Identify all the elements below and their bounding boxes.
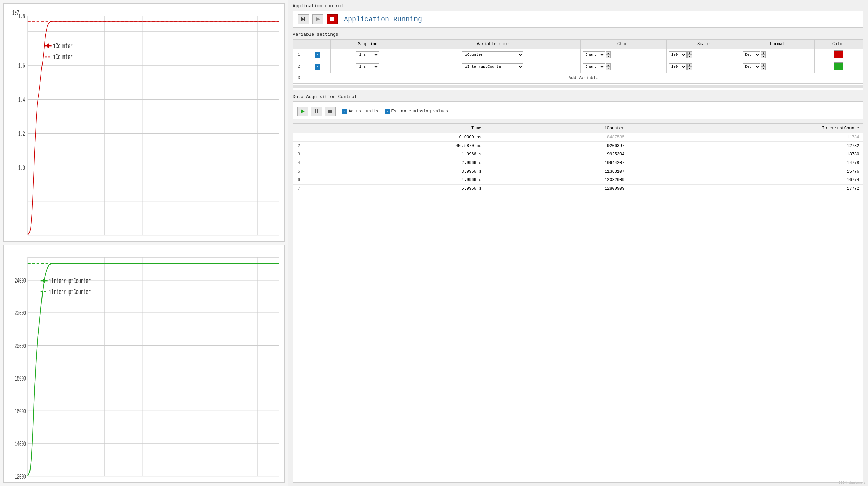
svg-text:80: 80 [179, 240, 183, 241]
row1-scale-cell[interactable]: 1e0 ▲ ▼ [666, 49, 740, 61]
svg-text:1.2: 1.2 [18, 130, 25, 138]
estimate-missing-text: Estimate missing values [391, 109, 448, 114]
row2-chart-select[interactable]: Chart 1 Chart 2 [583, 63, 605, 70]
svg-rect-85 [328, 110, 332, 113]
watermark: CSDN @uutomrs [839, 481, 865, 485]
row1-sampling[interactable]: 1 s [331, 49, 405, 61]
row2-chart-spin[interactable]: ▲ ▼ [606, 63, 611, 70]
dt-row-4: 4 2.9966 s 10644207 14778 [293, 159, 863, 167]
step-button[interactable] [298, 14, 309, 24]
row1-check[interactable]: ✓ [304, 49, 331, 61]
adjust-units-checkbox[interactable]: ✓ [342, 109, 347, 114]
row2-varname-select[interactable]: iInterruptCounter [462, 63, 523, 70]
data-acq-title: Data Acquisition Control [293, 94, 863, 99]
row2-scale-spin[interactable]: ▲ ▼ [687, 63, 692, 70]
dt-row5-interrupt: 15776 [628, 167, 863, 176]
row2-format-select[interactable]: Dec [743, 63, 760, 70]
dt-row2-index: 2 [293, 142, 304, 150]
estimate-missing-checkbox[interactable]: ✓ [385, 109, 390, 114]
row1-chart-spin[interactable]: ▲ ▼ [606, 51, 611, 58]
svg-text:16000: 16000 [15, 408, 26, 415]
add-var-row[interactable]: 3 Add Variable [293, 73, 863, 84]
row2-sampling[interactable]: 1 s [331, 61, 405, 73]
svg-rect-79 [304, 17, 305, 21]
row2-varname[interactable]: iInterruptCounter [405, 61, 581, 73]
dt-row-5: 5 3.9966 s 11363107 15776 [293, 167, 863, 176]
dt-row3-icounter: 9925304 [485, 150, 628, 159]
svg-marker-78 [301, 17, 304, 21]
svg-text:100: 100 [216, 481, 223, 482]
row2-scale-down[interactable]: ▼ [687, 67, 692, 70]
dt-row4-interrupt: 14778 [628, 159, 863, 167]
data-acq-controls: ✓ Adjust units ✓ Estimate missing values [297, 107, 859, 116]
dt-row1-index: 1 [293, 133, 304, 142]
app-status-text: Application Running [344, 15, 422, 23]
row1-chart-up[interactable]: ▲ [606, 51, 611, 55]
row2-check[interactable]: ✓ [304, 61, 331, 73]
svg-text:120: 120 [254, 481, 261, 482]
row2-scale-up[interactable]: ▲ [687, 63, 692, 67]
row2-scale-cell[interactable]: 1e0 ▲ ▼ [666, 61, 740, 73]
row2-format-down[interactable]: ▼ [761, 67, 766, 70]
row2-chart-up[interactable]: ▲ [606, 63, 611, 67]
acq-pause-button[interactable] [311, 107, 322, 116]
row1-chart-down[interactable]: ▼ [606, 55, 611, 58]
row2-format-spin[interactable]: ▲ ▼ [761, 63, 766, 70]
row1-format-up[interactable]: ▲ [761, 51, 766, 55]
adjust-units-label[interactable]: ✓ Adjust units [342, 109, 378, 114]
add-var-label[interactable]: Add Variable [304, 73, 863, 84]
row1-varname[interactable]: iCounter [405, 49, 581, 61]
svg-text:60: 60 [140, 481, 145, 482]
svg-text:140: 140 [276, 481, 282, 482]
acq-stop-button[interactable] [325, 107, 336, 116]
svg-text:iInterruptCounter: iInterruptCounter [49, 277, 91, 285]
var-table-scrollbar[interactable] [293, 85, 863, 88]
dt-row3-interrupt: 13780 [628, 150, 863, 159]
svg-text:iCounter: iCounter [53, 53, 73, 62]
row1-chart-select[interactable]: Chart 1 Chart 2 [583, 51, 605, 58]
row2-checkbox[interactable]: ✓ [315, 64, 320, 70]
row2-format-cell[interactable]: Dec ▲ ▼ [740, 61, 815, 73]
stop-button[interactable] [327, 14, 338, 24]
svg-rect-83 [315, 109, 316, 113]
app-control-bar: Application Running [293, 11, 863, 28]
svg-point-74 [43, 278, 45, 283]
estimate-missing-label[interactable]: ✓ Estimate missing values [385, 109, 448, 114]
row2-sampling-select[interactable]: 1 s [356, 63, 379, 70]
row2-scale-select[interactable]: 1e0 [669, 63, 687, 70]
data-acq-panel: ✓ Adjust units ✓ Estimate missing values [293, 101, 863, 119]
acq-play-button[interactable] [297, 107, 308, 116]
row2-color-box[interactable] [834, 62, 843, 70]
run-button[interactable] [312, 14, 323, 24]
row2-chart-cell[interactable]: Chart 1 Chart 2 ▲ ▼ [581, 61, 666, 73]
row1-scale-spin[interactable]: ▲ ▼ [687, 51, 692, 58]
chart2-container: 24000 22000 20000 18000 16000 14000 1200… [3, 245, 285, 483]
row1-color[interactable] [814, 49, 863, 61]
row1-sampling-select[interactable]: 1 s [356, 51, 379, 58]
var-settings-section: Variable settings Sampling Variable name… [293, 32, 863, 90]
svg-text:18000: 18000 [15, 375, 26, 383]
svg-text:80: 80 [179, 481, 183, 482]
svg-text:40: 40 [102, 240, 107, 241]
row1-scale-down[interactable]: ▼ [687, 55, 692, 58]
row2-format-up[interactable]: ▲ [761, 63, 766, 67]
dt-row4-icounter: 10644207 [485, 159, 628, 167]
svg-text:140: 140 [276, 240, 282, 241]
row1-chart-cell[interactable]: Chart 1 Chart 2 ▲ ▼ [581, 49, 666, 61]
row1-format-cell[interactable]: Dec ▲ ▼ [740, 49, 815, 61]
row1-varname-select[interactable]: iCounter [462, 51, 523, 58]
row1-scale-select[interactable]: 1e0 [669, 51, 687, 58]
row2-chart-down[interactable]: ▼ [606, 67, 611, 70]
row1-color-box[interactable] [834, 50, 843, 58]
row1-scale-up[interactable]: ▲ [687, 51, 692, 55]
row1-checkbox[interactable]: ✓ [315, 52, 320, 58]
svg-text:22000: 22000 [15, 310, 26, 317]
row1-format-down[interactable]: ▼ [761, 55, 766, 58]
dt-col-interrupt: InterruptCounte [628, 124, 863, 133]
row2-color[interactable] [814, 61, 863, 73]
dt-row-6: 6 4.9966 s 12082009 16774 [293, 176, 863, 185]
row1-format-spin[interactable]: ▲ ▼ [761, 51, 766, 58]
svg-rect-81 [330, 17, 334, 21]
dt-row1-time: 0.0000 ns [304, 133, 485, 142]
row1-format-select[interactable]: Dec [743, 51, 760, 58]
